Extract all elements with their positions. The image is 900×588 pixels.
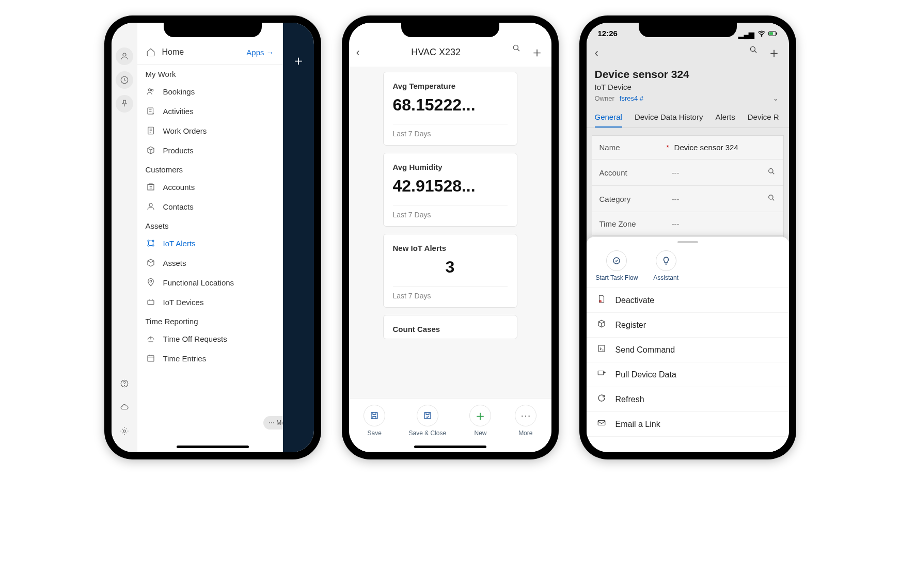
nav-item-label: Contacts	[163, 202, 194, 211]
nav-item-label: Assets	[163, 259, 186, 267]
svg-rect-16	[148, 300, 154, 305]
header: ‹ HVAC X232 ＋	[349, 23, 551, 67]
email-link-icon	[596, 418, 607, 430]
nav-assets[interactable]: Assets	[137, 253, 282, 273]
cloud-icon[interactable]	[116, 399, 133, 416]
svg-point-15	[150, 280, 152, 282]
svg-point-0	[123, 53, 126, 56]
refresh-icon	[596, 393, 607, 405]
taskflow-icon	[606, 250, 627, 271]
svg-rect-31	[598, 371, 604, 375]
action-email-link[interactable]: Email a Link	[587, 412, 789, 437]
nav-timeoff[interactable]: Time Off Requests	[137, 329, 282, 348]
recent-icon[interactable]	[116, 71, 133, 89]
card-count-cases[interactable]: Count Cases	[383, 315, 517, 339]
save-icon	[364, 405, 385, 426]
home-indicator	[414, 446, 486, 448]
svg-rect-9	[148, 185, 154, 190]
location-icon	[146, 278, 156, 287]
quick-assistant[interactable]: Assistant	[653, 250, 678, 281]
action-label: Pull Device Data	[615, 370, 676, 379]
action-register[interactable]: Register	[587, 313, 789, 338]
card-new-iot-alerts[interactable]: New IoT Alerts 3 Last 7 Days	[383, 234, 517, 308]
card-footer: Last 7 Days	[393, 286, 508, 300]
card-label: Avg Humidity	[393, 163, 508, 171]
grab-handle[interactable]	[677, 241, 698, 243]
home-indicator	[177, 446, 249, 448]
more-button[interactable]: ⋯ More	[515, 405, 536, 437]
nav-item-label: IoT Devices	[163, 298, 204, 307]
svg-point-18	[514, 45, 518, 50]
card-label: New IoT Alerts	[393, 244, 508, 252]
nav-accounts[interactable]: Accounts	[137, 177, 282, 197]
arrow-right-icon: →	[266, 48, 274, 57]
svg-rect-17	[148, 356, 154, 361]
nav-functional-locations[interactable]: Functional Locations	[137, 273, 282, 292]
action-send-command[interactable]: Send Command	[587, 338, 789, 362]
more-chip[interactable]: ⋯ More	[263, 416, 282, 430]
svg-point-10	[149, 203, 152, 206]
apps-link-label: Apps	[246, 48, 264, 57]
phone-2-frame: ‹ HVAC X232 ＋ Avg Temperature 68.15222..…	[342, 15, 559, 459]
nav-home-label: Home	[162, 47, 184, 57]
svg-point-3	[124, 385, 124, 386]
bottom-action-bar: Save Save & Close ＋ New ⋯ More	[349, 398, 551, 452]
action-sheet: Start Task Flow Assistant Deactivate Reg…	[587, 237, 789, 452]
svg-rect-19	[371, 412, 377, 419]
iot-devices-icon	[146, 297, 156, 307]
phone-1-frame: Home Apps → My Work Bookings Activities	[104, 15, 321, 459]
quick-start-task-flow[interactable]: Start Task Flow	[596, 250, 638, 281]
save-close-button[interactable]: Save & Close	[408, 405, 446, 437]
home-icon	[146, 47, 156, 57]
search-icon[interactable]	[512, 43, 521, 61]
nav-iot-alerts[interactable]: IoT Alerts	[137, 233, 282, 253]
help-icon[interactable]	[116, 375, 133, 392]
nav-products[interactable]: Products	[137, 140, 282, 160]
back-button[interactable]: ‹	[356, 46, 360, 59]
settings-icon[interactable]	[116, 422, 133, 440]
save-close-icon	[417, 405, 438, 426]
nav-timeentries[interactable]: Time Entries	[137, 348, 282, 368]
nav-item-label: Activities	[163, 107, 194, 116]
nav-contacts[interactable]: Contacts	[137, 197, 282, 216]
timeoff-icon	[146, 334, 156, 343]
action-label: Save	[367, 430, 381, 437]
card-value: 42.91528...	[393, 177, 508, 196]
iot-alerts-icon	[146, 239, 156, 248]
nav-iot-devices[interactable]: IoT Devices	[137, 292, 282, 312]
svg-rect-30	[598, 345, 605, 352]
nav-home[interactable]: Home	[146, 47, 184, 57]
apps-link[interactable]: Apps →	[246, 48, 274, 57]
nav-item-label: Time Entries	[163, 354, 207, 363]
assets-icon	[146, 258, 156, 267]
card-footer: Last 7 Days	[393, 124, 508, 138]
card-avg-humidity[interactable]: Avg Humidity 42.91528... Last 7 Days	[383, 153, 517, 227]
save-button[interactable]: Save	[364, 405, 385, 437]
action-label: Deactivate	[615, 296, 655, 305]
svg-rect-7	[148, 108, 153, 114]
card-value: 68.15222...	[393, 96, 508, 115]
action-refresh[interactable]: Refresh	[587, 387, 789, 412]
nav-workorders[interactable]: Work Orders	[137, 121, 282, 140]
new-button[interactable]: ＋ New	[469, 405, 491, 437]
pin-icon[interactable]	[116, 95, 133, 113]
add-icon[interactable]: ＋	[530, 43, 544, 61]
card-avg-temperature[interactable]: Avg Temperature 68.15222... Last 7 Days	[383, 72, 517, 146]
action-pull-device-data[interactable]: Pull Device Data	[587, 362, 789, 387]
action-deactivate[interactable]: Deactivate	[587, 288, 789, 313]
contacts-icon	[146, 202, 156, 211]
assistant-icon	[656, 250, 676, 271]
svg-point-5	[148, 89, 151, 91]
more-icon: ⋯	[515, 405, 536, 426]
nav-item-label: Time Off Requests	[163, 335, 227, 343]
svg-point-12	[152, 240, 154, 242]
profile-icon[interactable]	[116, 47, 133, 65]
nav-bookings[interactable]: Bookings	[137, 82, 282, 101]
plus-icon[interactable]: ＋	[292, 52, 305, 70]
nav-activities[interactable]: Activities	[137, 101, 282, 121]
more-label: More	[276, 419, 282, 426]
register-icon	[596, 319, 607, 331]
nav-item-label: Products	[163, 146, 194, 155]
nav-item-label: Bookings	[163, 87, 195, 96]
quick-label: Assistant	[653, 274, 678, 281]
